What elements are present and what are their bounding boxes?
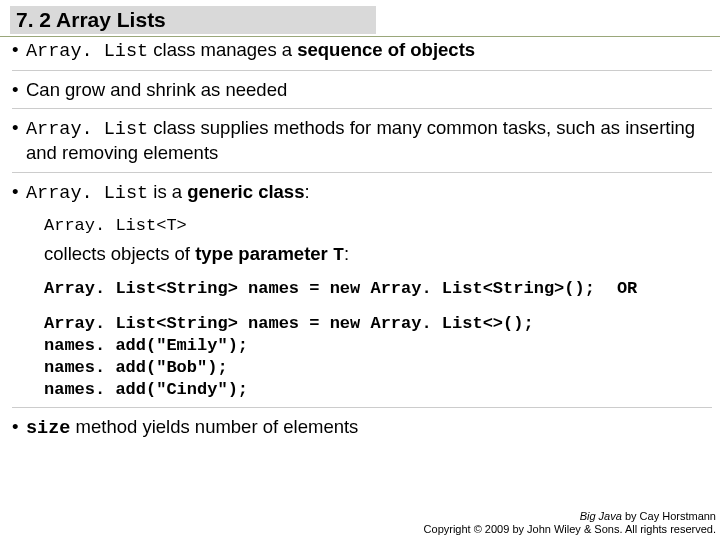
code-token: size [26,418,70,439]
code-line: Array. List<String> names = new Array. L… [44,279,595,298]
generic-example: Array. List<T> [44,215,712,237]
code-token: Array. List [26,183,148,204]
slide-content: Array. List class manages a sequence of … [12,36,712,447]
bullet-2: Can grow and shrink as needed [12,70,712,108]
text: : [304,181,309,202]
bullet-4: Array. List is a generic class: Array. L… [12,172,712,408]
bullet-1: Array. List class manages a sequence of … [12,36,712,70]
footer-line-2: Copyright © 2009 by John Wiley & Sons. A… [424,523,716,536]
heading-text: 7. 2 Array Lists [16,8,166,31]
code-token: T [333,245,344,266]
or-label: OR [617,279,637,298]
text: class manages a [148,39,297,60]
text-bold: generic class [187,181,304,202]
text: collects objects of [44,243,195,264]
copyright-footer: Big Java by Cay Horstmann Copyright © 20… [424,510,716,536]
code-token: Array. List [26,41,148,62]
collects-line: collects objects of type parameter T: [44,242,712,267]
text: method yields number of elements [70,416,358,437]
code-line: names. add("Emily"); [44,335,712,357]
bullet-5: size method yields number of elements [12,407,712,447]
footer-line-1: Big Java by Cay Horstmann [424,510,716,523]
code-line: names. add("Bob"); [44,357,712,379]
code-token: Array. List [26,119,148,140]
section-heading: 7. 2 Array Lists [10,6,376,34]
code-example-1: Array. List<String> names = new Array. L… [44,278,712,300]
code-example-2: Array. List<String> names = new Array. L… [44,313,712,400]
bullet-list: Array. List class manages a sequence of … [12,36,712,447]
text: is a [148,181,187,202]
text: : [344,243,349,264]
bullet-3: Array. List class supplies methods for m… [12,108,712,171]
text-bold: sequence of objects [297,39,475,60]
code-line: Array. List<String> names = new Array. L… [44,313,712,335]
author: by Cay Horstmann [622,510,716,522]
text: Can grow and shrink as needed [26,79,287,100]
code-line: names. add("Cindy"); [44,379,712,401]
book-title: Big Java [580,510,622,522]
code-line: Array. List<T> [44,216,187,235]
text-bold: type parameter [195,243,333,264]
